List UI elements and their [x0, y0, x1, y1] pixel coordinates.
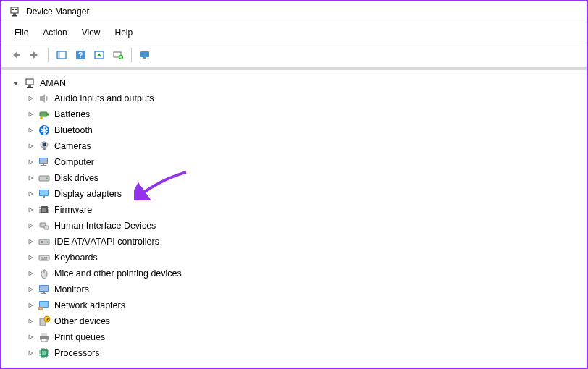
computer-root-icon — [23, 77, 36, 90]
node-label: Bluetooth — [54, 125, 93, 135]
svg-rect-19 — [47, 114, 49, 116]
svg-rect-62 — [41, 333, 47, 336]
svg-rect-45 — [44, 257, 46, 258]
svg-rect-4 — [12, 15, 17, 17]
svg-rect-43 — [41, 257, 42, 258]
ide-icon — [38, 235, 51, 248]
tree-root-node[interactable]: AMAN — [4, 76, 584, 90]
tree-node[interactable]: Computer — [4, 154, 584, 170]
tree-node[interactable]: Display adapters — [4, 186, 584, 202]
tree-node[interactable]: Disk drives — [4, 170, 584, 186]
toolbar-separator — [131, 48, 132, 62]
tree-node[interactable]: Batteries — [4, 106, 584, 122]
svg-rect-28 — [41, 165, 46, 166]
expand-icon[interactable] — [26, 317, 35, 326]
node-label: Processors — [54, 348, 100, 358]
window-title: Device Manager — [26, 7, 89, 17]
node-label: Human Interface Devices — [54, 221, 156, 231]
tree-node[interactable]: Cameras — [4, 138, 584, 154]
tree-node[interactable]: Keyboards — [4, 250, 584, 266]
svg-rect-40 — [41, 241, 43, 243]
node-label: Keyboards — [54, 253, 98, 263]
bluetooth-icon — [38, 124, 51, 137]
tree-node[interactable]: IDE ATA/ATAPI controllers — [4, 234, 584, 250]
svg-point-23 — [43, 143, 46, 147]
collapse-icon[interactable] — [12, 79, 20, 88]
camera-icon — [38, 140, 51, 153]
svg-rect-3 — [13, 13, 16, 15]
toolbar-separator — [48, 48, 49, 62]
expand-icon[interactable] — [26, 333, 35, 342]
device-tree: AMAN Audio inputs and outputsBatteriesBl… — [1, 67, 587, 367]
tree-node[interactable]: Audio inputs and outputs — [4, 90, 584, 106]
expand-icon[interactable] — [26, 94, 35, 103]
expand-icon[interactable] — [26, 349, 35, 357]
forward-button[interactable] — [26, 46, 43, 64]
tree-node[interactable]: Processors — [4, 345, 584, 361]
svg-rect-46 — [46, 257, 48, 258]
help-button[interactable]: ? — [72, 46, 89, 64]
node-label: Monitors — [54, 284, 89, 294]
svg-rect-51 — [40, 286, 48, 291]
other-icon: ? — [38, 315, 51, 328]
menubar: File Action View Help — [1, 22, 587, 43]
svg-rect-15 — [26, 79, 33, 85]
expand-icon[interactable] — [26, 190, 35, 198]
expand-icon[interactable] — [26, 126, 35, 135]
svg-rect-65 — [42, 351, 46, 355]
svg-rect-36 — [42, 208, 46, 212]
tree-node[interactable]: Mice and other pointing devices — [4, 266, 584, 281]
svg-rect-17 — [27, 87, 33, 88]
svg-rect-1 — [12, 9, 14, 10]
expand-icon[interactable] — [26, 301, 35, 310]
expand-icon[interactable] — [26, 174, 35, 182]
expand-icon[interactable] — [26, 221, 35, 230]
hid-icon — [38, 219, 51, 232]
printer-icon — [38, 331, 51, 344]
menu-file[interactable]: File — [7, 25, 35, 40]
svg-rect-26 — [40, 158, 47, 163]
node-label: Firmware — [54, 205, 92, 215]
tree-node[interactable]: Bluetooth — [4, 122, 584, 138]
menu-help[interactable]: Help — [108, 25, 140, 40]
svg-rect-14 — [142, 59, 148, 59]
svg-rect-33 — [43, 196, 45, 198]
svg-rect-18 — [40, 112, 47, 116]
back-button[interactable] — [7, 46, 25, 64]
menu-view[interactable]: View — [75, 25, 108, 40]
svg-rect-27 — [43, 164, 44, 165]
svg-point-57 — [41, 308, 42, 310]
svg-text:?: ? — [46, 317, 49, 322]
svg-rect-52 — [43, 292, 45, 293]
node-label: Disk drives — [54, 173, 98, 183]
tree-node[interactable]: ?Other devices — [4, 313, 584, 329]
node-label: Other devices — [54, 316, 110, 326]
monitor-icon — [38, 283, 51, 296]
tree-node[interactable]: Print queues — [4, 329, 584, 345]
devices-button[interactable] — [136, 46, 154, 64]
tree-node[interactable]: Network adapters — [4, 297, 584, 313]
expand-icon[interactable] — [26, 269, 35, 278]
svg-rect-53 — [41, 293, 46, 294]
battery-icon — [38, 108, 51, 121]
tree-node[interactable]: Firmware — [4, 202, 584, 218]
expand-icon[interactable] — [26, 205, 35, 214]
expand-icon[interactable] — [26, 285, 35, 294]
expand-icon[interactable] — [26, 158, 35, 166]
scan-hardware-button[interactable] — [109, 46, 127, 64]
expand-icon[interactable] — [26, 253, 35, 262]
tree-node[interactable]: Human Interface Devices — [4, 218, 584, 234]
svg-point-30 — [46, 178, 48, 179]
expand-icon[interactable] — [26, 110, 35, 119]
tree-node[interactable]: Monitors — [4, 281, 584, 297]
expand-icon[interactable] — [26, 142, 35, 150]
action-button[interactable] — [91, 46, 108, 64]
computer-icon — [38, 156, 51, 169]
expand-icon[interactable] — [26, 237, 35, 246]
disk-icon — [38, 171, 51, 184]
svg-point-41 — [47, 242, 49, 243]
node-label: Mice and other pointing devices — [54, 268, 182, 279]
show-hide-console-button[interactable] — [53, 46, 70, 64]
menu-action[interactable]: Action — [35, 25, 74, 40]
svg-rect-34 — [41, 198, 46, 198]
